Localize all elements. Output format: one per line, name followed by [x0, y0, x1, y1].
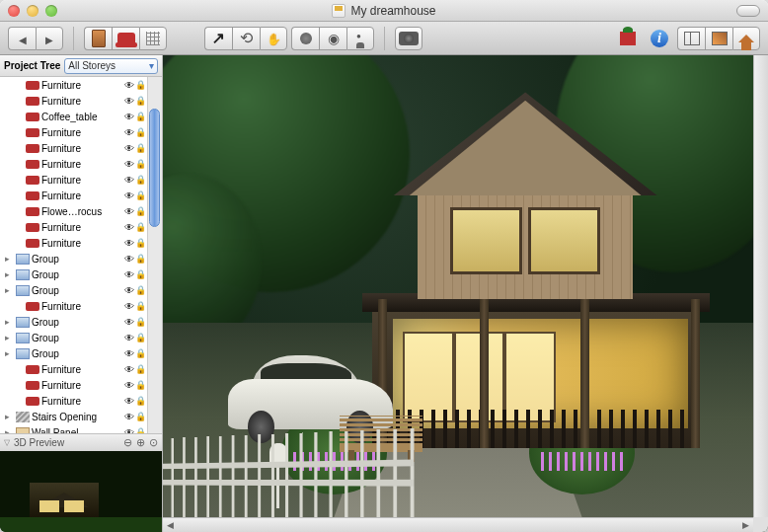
- lock-toggle[interactable]: 🔒: [135, 427, 146, 433]
- visibility-toggle[interactable]: 👁: [124, 190, 134, 201]
- lock-toggle[interactable]: 🔒: [135, 238, 146, 248]
- visibility-toggle[interactable]: 👁: [124, 143, 134, 154]
- materials-inspector-button[interactable]: [705, 27, 732, 50]
- tree-row[interactable]: Furniture👁🔒: [0, 361, 162, 377]
- nav-forward-button[interactable]: [36, 27, 63, 50]
- nav-back-button[interactable]: [8, 27, 36, 50]
- disclosure-icon[interactable]: ▸: [2, 269, 12, 279]
- lock-toggle[interactable]: 🔒: [135, 269, 146, 279]
- disclosure-icon[interactable]: ▸: [2, 254, 12, 264]
- tree-row[interactable]: Furniture👁🔒: [0, 188, 162, 203]
- inspector-toggle-button[interactable]: [677, 27, 705, 50]
- viewport-3d[interactable]: ◀ ▶: [163, 55, 768, 532]
- disclosure-icon[interactable]: ▸: [2, 285, 12, 295]
- toolbar-toggle-button[interactable]: [736, 5, 760, 17]
- tree-row[interactable]: Furniture👁🔒: [0, 93, 162, 109]
- disclosure-icon[interactable]: ▸: [2, 412, 12, 421]
- resize-corner[interactable]: [753, 517, 768, 532]
- info-button[interactable]: i: [646, 27, 673, 50]
- tree-row[interactable]: Furniture👁🔒: [0, 124, 162, 140]
- visibility-toggle[interactable]: 👁: [124, 348, 134, 359]
- lock-toggle[interactable]: 🔒: [135, 222, 146, 232]
- lock-toggle[interactable]: 🔒: [135, 127, 146, 137]
- record-button[interactable]: [291, 27, 319, 50]
- scrollbar-thumb[interactable]: [149, 109, 160, 227]
- visibility-toggle[interactable]: 👁: [124, 364, 134, 375]
- tree-row[interactable]: ▸Group👁🔒: [0, 345, 162, 361]
- visibility-toggle[interactable]: 👁: [124, 427, 134, 434]
- visibility-toggle[interactable]: 👁: [124, 206, 134, 217]
- lock-toggle[interactable]: 🔒: [135, 190, 146, 200]
- storey-select[interactable]: All Storeys: [64, 58, 158, 74]
- furniture-library-button[interactable]: [112, 27, 139, 50]
- lock-toggle[interactable]: 🔒: [135, 317, 146, 327]
- tree-row[interactable]: Flowe…rocus👁🔒: [0, 203, 162, 219]
- lock-toggle[interactable]: 🔒: [135, 396, 146, 406]
- tree-row[interactable]: ▸Group👁🔒: [0, 251, 162, 266]
- lock-toggle[interactable]: 🔒: [135, 80, 146, 90]
- tree-row[interactable]: Furniture👁🔒: [0, 140, 162, 156]
- scroll-right-button[interactable]: ▶: [738, 520, 753, 530]
- preview-thumbnail[interactable]: [0, 451, 162, 532]
- disclosure-icon[interactable]: ▸: [2, 427, 12, 433]
- visibility-toggle[interactable]: 👁: [124, 238, 134, 249]
- visibility-toggle[interactable]: 👁: [124, 412, 134, 422]
- minimize-button[interactable]: [27, 5, 38, 17]
- extras-button[interactable]: [614, 27, 642, 50]
- visibility-toggle[interactable]: 👁: [124, 301, 134, 312]
- lock-toggle[interactable]: 🔒: [135, 96, 146, 106]
- visibility-toggle[interactable]: 👁: [124, 285, 134, 296]
- visibility-toggle[interactable]: 👁: [124, 159, 134, 170]
- tree-row[interactable]: ▸Stairs Opening👁🔒: [0, 409, 162, 424]
- close-button[interactable]: [8, 5, 20, 17]
- disclosure-icon[interactable]: ▸: [2, 333, 12, 342]
- disclosure-icon[interactable]: ▽: [4, 438, 10, 447]
- select-tool-button[interactable]: [204, 27, 232, 50]
- lock-toggle[interactable]: 🔒: [135, 159, 146, 169]
- tree-row[interactable]: Furniture👁🔒: [0, 156, 162, 172]
- tree-row[interactable]: Furniture👁🔒: [0, 235, 162, 251]
- lock-toggle[interactable]: 🔒: [135, 254, 146, 264]
- zoom-fit-button[interactable]: ⊙: [149, 436, 158, 449]
- visibility-toggle[interactable]: 👁: [124, 333, 134, 343]
- home-button[interactable]: [732, 27, 760, 50]
- pan-tool-button[interactable]: [260, 27, 287, 50]
- visibility-toggle[interactable]: 👁: [124, 396, 134, 407]
- tree-row[interactable]: ▸Wall Panel👁🔒: [0, 424, 162, 433]
- lock-toggle[interactable]: 🔒: [135, 364, 146, 374]
- walk-button[interactable]: [346, 27, 374, 50]
- tree-row[interactable]: Furniture👁🔒: [0, 377, 162, 393]
- tree-row[interactable]: Furniture👁🔒: [0, 298, 162, 314]
- lock-toggle[interactable]: 🔒: [135, 143, 146, 153]
- tree-scrollbar[interactable]: [147, 77, 162, 433]
- visibility-toggle[interactable]: 👁: [124, 96, 134, 107]
- visibility-toggle[interactable]: 👁: [124, 222, 134, 233]
- look-around-button[interactable]: [319, 27, 346, 50]
- materials-library-button[interactable]: [139, 27, 167, 50]
- visibility-toggle[interactable]: 👁: [124, 80, 134, 91]
- lock-toggle[interactable]: 🔒: [135, 175, 146, 185]
- project-tree[interactable]: Furniture👁🔒Furniture👁🔒Coffee_table👁🔒Furn…: [0, 77, 162, 433]
- visibility-toggle[interactable]: 👁: [124, 380, 134, 391]
- visibility-toggle[interactable]: 👁: [124, 317, 134, 328]
- lock-toggle[interactable]: 🔒: [135, 285, 146, 295]
- disclosure-icon[interactable]: ▸: [2, 348, 12, 358]
- lock-toggle[interactable]: 🔒: [135, 206, 146, 216]
- tree-row[interactable]: ▸Group👁🔒: [0, 330, 162, 345]
- tree-row[interactable]: Furniture👁🔒: [0, 77, 162, 93]
- tree-row[interactable]: Furniture👁🔒: [0, 393, 162, 409]
- lock-toggle[interactable]: 🔒: [135, 380, 146, 390]
- tree-row[interactable]: Furniture👁🔒: [0, 219, 162, 235]
- visibility-toggle[interactable]: 👁: [124, 269, 134, 280]
- zoom-in-button[interactable]: ⊕: [136, 436, 145, 449]
- tree-row[interactable]: Furniture👁🔒: [0, 172, 162, 188]
- tree-row[interactable]: ▸Group👁🔒: [0, 314, 162, 330]
- visibility-toggle[interactable]: 👁: [124, 127, 134, 138]
- lock-toggle[interactable]: 🔒: [135, 112, 146, 121]
- orbit-tool-button[interactable]: [232, 27, 260, 50]
- scroll-left-button[interactable]: ◀: [163, 520, 178, 530]
- doors-library-button[interactable]: [84, 27, 112, 50]
- tree-row[interactable]: ▸Group👁🔒: [0, 266, 162, 282]
- snapshot-button[interactable]: [395, 27, 422, 50]
- tree-row[interactable]: Coffee_table👁🔒: [0, 109, 162, 124]
